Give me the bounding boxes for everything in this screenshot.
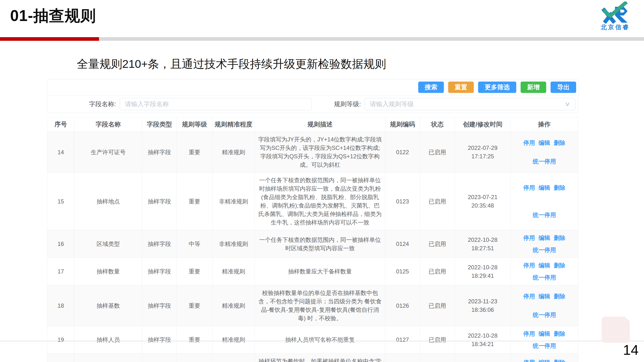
edit-link[interactable]: 编辑 <box>538 138 550 147</box>
logo-mark-icon <box>600 1 631 24</box>
cell-desc: 字段填写为JY开头的，JY+14位数字构成;字段填写为SC开头的，该字段应为SC… <box>255 132 386 173</box>
cell-level: 重要 <box>177 173 212 230</box>
cell-field: 抽样人员 <box>74 326 142 354</box>
cell-seq: 20 <box>47 354 74 362</box>
divider-bar <box>0 37 644 41</box>
cell-status: 已启用 <box>420 173 455 230</box>
more-filter-button[interactable]: 更多筛选 <box>478 82 516 93</box>
column-header-code: 规则编码 <box>386 117 420 132</box>
disable-link[interactable]: 停用 <box>523 330 535 338</box>
cell-prec: 精准规则 <box>212 354 255 362</box>
edit-link[interactable]: 编辑 <box>538 183 550 192</box>
delete-link[interactable]: 删除 <box>554 183 565 192</box>
cell-status: 已启用 <box>420 230 455 258</box>
batch-disable-link[interactable]: 统一停用 <box>533 273 556 282</box>
field-name-label: 字段名称: <box>89 100 116 108</box>
cell-code: 0123 <box>386 173 420 230</box>
cell-seq: 14 <box>47 132 74 173</box>
search-button[interactable]: 搜索 <box>418 82 444 93</box>
disable-link[interactable]: 停用 <box>523 234 535 242</box>
rule-level-select[interactable]: 请输入规则等级 ∨ <box>364 98 575 110</box>
column-header-field: 字段名称 <box>74 117 142 132</box>
disable-link[interactable]: 停用 <box>523 183 535 192</box>
cell-level: 重要 <box>177 354 212 362</box>
delete-link[interactable]: 删除 <box>554 138 565 147</box>
filter-card: 搜索重置更多筛选新增导出 字段名称: 规则等级: 请输入规则等级 ∨ <box>47 79 578 113</box>
slide: 01-抽查规则 北京信睿 全量规则210+条，且通过技术手段持续升级更新检验数据… <box>0 0 644 362</box>
logo-text: 北京信睿 <box>597 23 634 31</box>
cell-status: 已启用 <box>420 354 455 362</box>
cell-prec: 非精准规则 <box>212 173 255 230</box>
cell-seq: 17 <box>47 258 74 285</box>
edit-link[interactable]: 编辑 <box>538 292 550 301</box>
cell-level: 重要 <box>177 258 212 285</box>
cell-seq: 16 <box>47 230 74 258</box>
cell-seq: 18 <box>47 285 74 326</box>
disable-link[interactable]: 停用 <box>523 261 535 270</box>
cell-status: 已启用 <box>420 285 455 326</box>
batch-disable-link[interactable]: 统一停用 <box>533 342 556 350</box>
cell-type: 抽样字段 <box>142 173 177 230</box>
filter-fields: 字段名称: 规则等级: 请输入规则等级 ∨ <box>47 95 578 113</box>
table-row: 18抽样基数抽样字段重要精准规则校验抽样数量单位的单位是否在抽样基数中包含，不包… <box>47 285 578 326</box>
edit-link[interactable]: 编辑 <box>538 358 550 362</box>
company-logo: 北京信睿 <box>597 1 634 31</box>
disable-link[interactable]: 停用 <box>523 138 535 147</box>
delete-link[interactable]: 删除 <box>554 330 565 338</box>
cell-field: 生产许可证号 <box>74 132 142 173</box>
delete-link[interactable]: 删除 <box>554 292 565 301</box>
cell-seq: 15 <box>47 173 74 230</box>
edit-link[interactable]: 编辑 <box>538 330 550 338</box>
delete-link[interactable]: 删除 <box>554 358 565 362</box>
cell-level: 重要 <box>177 132 212 173</box>
cell-field: 抽样地点 <box>74 354 142 362</box>
table-row: 20抽样地点抽样字段重要精准规则抽样环节为餐饮时，如果被抽样单位名称中含'学校'… <box>47 354 578 362</box>
table-body: 14生产许可证号抽样字段重要精准规则字段填写为JY开头的，JY+14位数字构成;… <box>47 132 578 362</box>
disable-link[interactable]: 停用 <box>523 292 535 301</box>
cell-code: 0127 <box>386 326 420 354</box>
batch-disable-link[interactable]: 统一停用 <box>533 211 556 219</box>
column-header-level: 规则等级 <box>177 117 212 132</box>
rules-table: 序号字段名称字段类型规则等级规则精准程度规则描述规则编码状态创建/修改时间操作 … <box>47 117 578 362</box>
column-header-prec: 规则精准程度 <box>212 117 255 132</box>
edit-link[interactable]: 编辑 <box>538 234 550 242</box>
slide-subtitle: 全量规则210+条，且通过技术手段持续升级更新检验数据规则 <box>77 56 386 72</box>
cell-time: 2022-10-28 18:29:41 <box>455 258 511 285</box>
batch-disable-link[interactable]: 统一停用 <box>533 311 556 319</box>
slide-page-number: 14 <box>623 342 639 358</box>
delete-link[interactable]: 删除 <box>554 261 565 270</box>
export-button[interactable]: 导出 <box>550 82 576 93</box>
cell-time: 2022-10-28 18:27:51 <box>455 230 511 258</box>
toolbar: 搜索重置更多筛选新增导出 <box>47 79 578 95</box>
column-header-seq: 序号 <box>47 117 74 132</box>
delete-link[interactable]: 删除 <box>554 234 565 242</box>
cell-type: 抽样字段 <box>142 285 177 326</box>
table-row: 14生产许可证号抽样字段重要精准规则字段填写为JY开头的，JY+14位数字构成;… <box>47 132 578 173</box>
chevron-down-icon: ∨ <box>564 101 570 107</box>
cell-type: 抽样字段 <box>142 354 177 362</box>
cell-time: 2023-07-21 20:35:48 <box>455 173 511 230</box>
cell-level: 重要 <box>177 285 212 326</box>
batch-disable-link[interactable]: 统一停用 <box>533 157 556 166</box>
cell-status: 已启用 <box>420 326 455 354</box>
disable-link[interactable]: 停用 <box>523 358 535 362</box>
cell-actions: 停用编辑删除统一停用 <box>511 285 578 326</box>
table-row: 16区域类型抽样字段中等非精准规则一个任务下核查的数据范围内，同一被抽样单位时区… <box>47 230 578 258</box>
cell-desc: 一个任务下核查的数据范围内，同一被抽样单位时抽样场所填写内容应一致，食品次亚类为… <box>255 173 386 230</box>
table-row: 17抽样数量抽样字段重要精准规则抽样数量应大于备样数量0125已启用2022-1… <box>47 258 578 285</box>
cell-desc: 抽样人员填写名称不能重复 <box>255 326 386 354</box>
cell-type: 抽样字段 <box>142 132 177 173</box>
rules-table-card: 序号字段名称字段类型规则等级规则精准程度规则描述规则编码状态创建/修改时间操作 … <box>47 117 578 362</box>
cell-desc: 一个任务下核查的数据范围内，同一被抽样单位时区域类型填写内容应一致 <box>255 230 386 258</box>
edit-link[interactable]: 编辑 <box>538 261 550 270</box>
cell-actions: 停用编辑删除统一停用 <box>511 326 578 354</box>
reset-button[interactable]: 重置 <box>448 82 474 93</box>
cell-desc: 抽样环节为餐饮时，如果被抽样单位名称中含'学校'、'幼儿园'且不包含“超市”时，… <box>255 354 386 362</box>
batch-disable-link[interactable]: 统一停用 <box>533 246 556 254</box>
cell-prec: 非精准规则 <box>212 230 255 258</box>
field-name-input[interactable] <box>120 98 312 110</box>
add-button[interactable]: 新增 <box>520 82 546 93</box>
cell-actions: 停用编辑删除统一停用 <box>511 173 578 230</box>
cell-field: 抽样地点 <box>74 173 142 230</box>
cell-code: 0122 <box>386 132 420 173</box>
